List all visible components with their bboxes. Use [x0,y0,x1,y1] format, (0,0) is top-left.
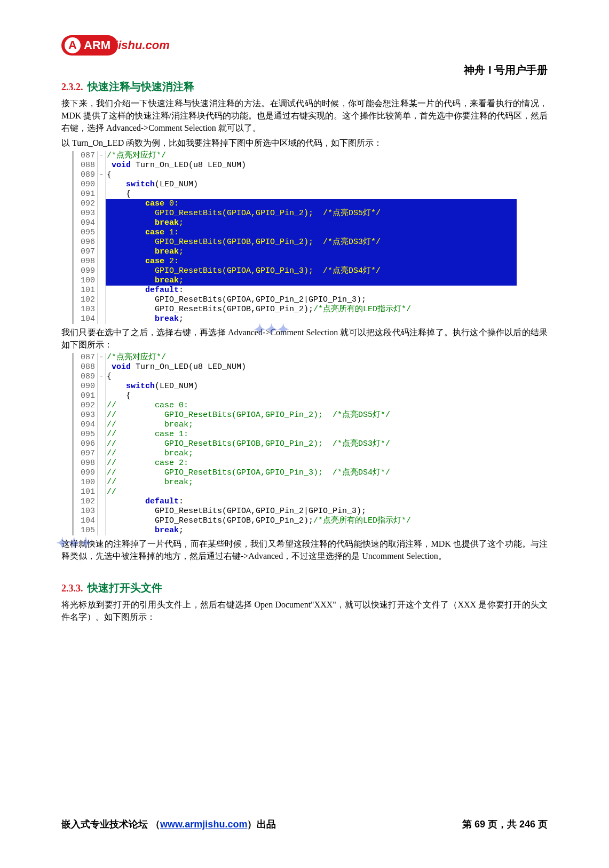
code-text: // break; [106,449,517,459]
code-text: // GPIO_ResetBits(GPIOB,GPIO_Pin_2); /*点… [106,439,517,449]
code-text: break; [106,247,517,257]
fold-icon: - [98,372,106,382]
fold-icon [98,439,106,449]
code-text: GPIO_ResetBits(GPIOA,GPIO_Pin_3); /*点亮DS… [106,266,517,276]
code-line: 100 // break; [74,478,517,487]
code-text: case 0: [106,199,517,209]
code-text: break; [106,314,517,324]
logo-tail: jishu.com [115,38,170,52]
code-text: // case 1: [106,430,517,439]
logo: A ARM jishu.com [61,32,179,59]
fold-icon [98,468,106,478]
para-232-1: 接下来，我们介绍一下快速注释与快速消注释的方法。在调试代码的时候，你可能会想注释… [61,97,548,135]
code-text: break; [106,218,517,228]
fold-icon [98,314,106,324]
code-line: 095 // case 1: [74,430,517,439]
fold-icon [98,497,106,507]
code-line: 099 // GPIO_ResetBits(GPIOA,GPIO_Pin_3);… [74,468,517,478]
code-text: break; [106,526,517,535]
code-text: // break; [106,420,517,430]
fold-icon: - [98,353,106,362]
line-number: 096 [74,439,98,449]
code-line: 092 case 0: [74,199,517,209]
code-line: 101 default: [74,286,517,295]
line-number: 103 [74,305,98,314]
fold-icon: - [98,170,106,180]
code-text: void Turn_On_LED(u8 LED_NUM) [106,161,517,170]
code-line: 098 case 2: [74,257,517,266]
logo-circle: A [65,37,81,53]
para-232-4: 这样就快速的注释掉了一片代码，而在某些时候，我们又希望这段注释的代码能快速的取消… [61,538,548,562]
footer-link[interactable]: www.armjishu.com [160,819,247,830]
code-line: 091 { [74,391,517,401]
line-number: 092 [74,199,98,209]
line-number: 087 [74,151,98,161]
code-line: 089-{ [74,372,517,382]
code-text: { [106,372,517,382]
code-text: // case 0: [106,401,517,411]
fold-icon [98,218,106,228]
para-232-3: 我们只要在选中了之后，选择右键，再选择 Advanced->Comment Se… [61,326,548,351]
fold-icon [98,199,106,209]
section-233-title: 快速打开头文件 [88,582,162,594]
fold-icon [98,209,106,218]
code-line: 090 switch(LED_NUM) [74,382,517,391]
fold-icon [98,238,106,247]
fold-icon [98,459,106,468]
code-line: 103 GPIO_ResetBits(GPIOA,GPIO_Pin_2|GPIO… [74,507,517,516]
code-text: switch(LED_NUM) [106,382,517,391]
code-line: 097 // break; [74,449,517,459]
code-text: GPIO_ResetBits(GPIOB,GPIO_Pin_2); /*点亮DS… [106,238,517,247]
code-line: 088 void Turn_On_LED(u8 LED_NUM) [74,362,517,372]
fold-icon [98,257,106,266]
fold-icon [98,228,106,238]
code-line: 102 default: [74,497,517,507]
line-number: 090 [74,180,98,190]
line-number: 092 [74,401,98,411]
code-line: 104 break; [74,314,517,324]
code-line: 087-/*点亮对应灯*/ [74,151,517,161]
line-number: 101 [74,286,98,295]
section-232-heading: 2.3.2.快速注释与快速消注释 [61,80,548,94]
fold-icon [98,295,106,305]
code-text: // [106,487,517,497]
line-number: 097 [74,449,98,459]
code-text: GPIO_ResetBits(GPIOA,GPIO_Pin_2); /*点亮DS… [106,209,517,218]
code-line: 097 break; [74,247,517,257]
code-line: 094 break; [74,218,517,228]
line-number: 095 [74,430,98,439]
section-232-title: 快速注释与快速消注释 [88,81,194,92]
code-line: 091 { [74,190,517,199]
fold-icon [98,247,106,257]
fold-icon [98,391,106,401]
footer-left-b: ）出品 [247,819,276,830]
footer-right: 第 69 页，共 246 页 [462,818,548,831]
fold-icon [98,382,106,391]
line-number: 088 [74,161,98,170]
code-text: void Turn_On_LED(u8 LED_NUM) [106,362,517,372]
code-line: 101 // [74,487,517,497]
line-number: 091 [74,190,98,199]
fold-icon [98,276,106,286]
line-number: 102 [74,295,98,305]
line-number: 102 [74,497,98,507]
fold-icon [98,362,106,372]
line-number: 099 [74,266,98,276]
fold-icon [98,180,106,190]
line-number: 089 [74,170,98,180]
fold-icon [98,430,106,439]
fold-icon [98,478,106,487]
code-line: 098 // case 2: [74,459,517,468]
fold-icon [98,266,106,276]
fold-icon [98,411,106,420]
line-number: 097 [74,247,98,257]
code-text: case 2: [106,257,517,266]
code-line: 099 GPIO_ResetBits(GPIOA,GPIO_Pin_3); /*… [74,266,517,276]
code-text: GPIO_ResetBits(GPIOA,GPIO_Pin_2|GPIO_Pin… [106,295,517,305]
code-text: case 1: [106,228,517,238]
code-text: GPIO_ResetBits(GPIOB,GPIO_Pin_2);/*点亮所有的… [106,516,517,526]
line-number: 090 [74,382,98,391]
code-line: 090 switch(LED_NUM) [74,180,517,190]
footer-left: 嵌入式专业技术论坛 （www.armjishu.com）出品 [61,818,276,831]
fold-icon [98,161,106,170]
